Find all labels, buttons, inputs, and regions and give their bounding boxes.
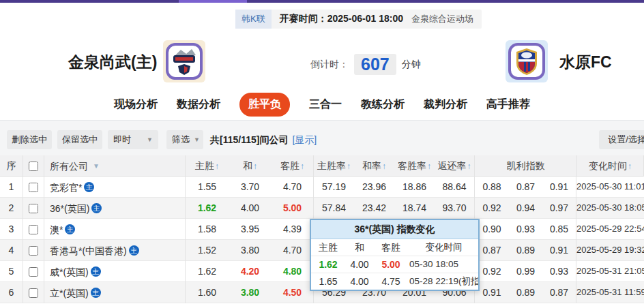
header-away-rate[interactable]: 客胜率↑ (394, 155, 435, 177)
row-checkbox[interactable] (29, 204, 38, 213)
away-rate: 18.86 (394, 177, 435, 198)
draw-odds[interactable]: 3.95 (229, 219, 272, 240)
away-odds[interactable]: 4.70 (272, 240, 314, 261)
popup-away-odds: 5.00 (374, 256, 408, 273)
change-time: 2025-05-31 11:59 (576, 282, 644, 303)
tab-three-in-one[interactable]: 三合一 (309, 97, 342, 112)
analysis-tabs: 现场分析 数据分析 胜平负 三合一 教练分析 裁判分析 高手推荐 (0, 89, 644, 120)
popup-draw-odds: 4.00 (345, 256, 374, 273)
header-home-rate[interactable]: 主胜率↑ (314, 155, 354, 177)
odds-change-popup: 36*(英国) 指数变化 主胜 和 客胜 变化时间 1.62 4.00 5.00… (310, 219, 480, 291)
company-count: 共[115/115]间公司 (210, 134, 288, 145)
away-odds[interactable]: 5.00 (272, 198, 314, 219)
countdown-label: 倒计时： (310, 59, 349, 71)
row-number: 3 (0, 219, 23, 240)
sort-asc-icon: ↑ (427, 162, 431, 171)
draw-rate: 23.42 (354, 198, 394, 219)
tab-expert-picks[interactable]: 高手推荐 (486, 97, 530, 112)
home-odds[interactable]: 1.52 (186, 240, 229, 261)
kelly-home: 0.92 (475, 198, 509, 219)
header-draw-odds[interactable]: 和↑ (229, 155, 272, 177)
main-company-icon: 主 (91, 203, 102, 213)
away-odds[interactable]: 4.80 (272, 261, 314, 282)
header-draw-rate[interactable]: 和率↑ (354, 155, 394, 177)
delete-selected-button[interactable]: 删除选中 (7, 130, 52, 149)
live-dropdown[interactable]: 即时 ▼ (108, 130, 158, 149)
row-checkbox[interactable] (29, 246, 38, 256)
kickoff-time: 2025-06-01 18:00 (327, 13, 403, 24)
row-checkbox[interactable] (29, 183, 38, 192)
tab-referee-analysis[interactable]: 裁判分析 (424, 97, 467, 112)
tab-coach-analysis[interactable]: 教练分析 (361, 97, 405, 112)
table-row: 1 竞彩官*主 1.55 3.70 4.70 57.19 23.96 18.86… (0, 177, 644, 198)
kelly-home: 0.91 (475, 282, 509, 303)
away-team-logo (506, 40, 548, 82)
select-all-checkbox[interactable] (29, 162, 38, 171)
away-odds[interactable]: 4.39 (272, 219, 314, 240)
header-no: 序 (0, 155, 23, 177)
main-company-icon: 主 (91, 288, 101, 298)
sort-asc-icon: ↑ (253, 162, 257, 171)
tab-data-analysis[interactable]: 数据分析 (177, 97, 220, 112)
caret-down-icon: ▼ (194, 130, 200, 149)
header-change-time[interactable]: 变化时间↑ (576, 155, 644, 177)
header-return-rate[interactable]: 返还率↑ (435, 155, 475, 177)
kelly-draw: 0.93 (509, 219, 542, 240)
draw-odds[interactable]: 4.20 (229, 261, 272, 282)
filter-dropdown[interactable]: 筛选 ▼ (166, 130, 203, 149)
company-name[interactable]: 香港马*(中国香港) (50, 241, 127, 261)
away-odds[interactable]: 4.50 (272, 282, 314, 303)
row-checkbox[interactable] (29, 225, 38, 234)
sort-asc-icon: ↑ (382, 162, 386, 171)
main-company-icon: 主 (91, 266, 101, 277)
tab-live-analysis[interactable]: 现场分析 (114, 97, 158, 112)
header-company[interactable]: 所有公司 ▼ (44, 155, 186, 177)
sort-asc-icon: ↑ (467, 162, 471, 171)
home-odds[interactable]: 1.55 (186, 177, 229, 198)
kelly-home: 0.87 (475, 240, 509, 261)
draw-odds[interactable]: 4.00 (229, 198, 272, 219)
popup-away-odds: 4.75 (374, 273, 408, 290)
company-name[interactable]: 澳* (50, 219, 63, 240)
home-rate: 57.84 (314, 198, 354, 219)
row-checkbox[interactable] (29, 267, 38, 277)
company-name[interactable]: 立*(英国) (50, 283, 89, 303)
home-odds[interactable]: 1.62 (186, 198, 229, 219)
away-odds[interactable]: 4.70 (272, 177, 314, 198)
home-odds[interactable]: 1.60 (186, 282, 229, 303)
league-badge[interactable]: 韩K联 (235, 10, 272, 29)
change-time: 2025-05-30 11:01 (576, 177, 644, 198)
header-away-odds[interactable]: 客胜↑ (272, 155, 314, 177)
popup-change-time: 05-28 22:19(初指) (408, 273, 478, 290)
draw-odds[interactable]: 3.80 (229, 282, 272, 303)
keep-selected-button[interactable]: 保留选中 (57, 130, 102, 149)
home-crest-icon (166, 43, 203, 80)
live-dropdown-value: 即时 (113, 130, 131, 149)
tab-win-draw-lose[interactable]: 胜平负 (239, 93, 290, 117)
home-odds[interactable]: 1.58 (186, 219, 229, 240)
sort-asc-icon: ↑ (300, 162, 304, 171)
draw-odds[interactable]: 3.80 (229, 240, 272, 261)
company-name[interactable]: 36*(英国) (50, 198, 89, 219)
company-name[interactable]: 竞彩官* (50, 177, 82, 198)
return-rate: 93.70 (435, 198, 475, 219)
row-number: 1 (0, 177, 23, 198)
popup-draw-odds: 4.00 (345, 273, 374, 290)
row-checkbox[interactable] (29, 288, 38, 298)
venue-name: 金泉综合运动场 (411, 13, 473, 25)
home-odds[interactable]: 1.62 (186, 261, 229, 282)
kelly-away: 0.87 (542, 282, 576, 303)
header-home-odds[interactable]: 主胜↑ (186, 155, 229, 177)
kelly-draw: 0.87 (509, 177, 542, 198)
popup-title: 36*(英国) 指数变化 (311, 220, 478, 239)
header-kelly: 凯利指数 (475, 155, 576, 177)
away-crest-icon (508, 43, 545, 80)
row-number: 6 (0, 282, 23, 303)
company-name[interactable]: 威*(英国) (50, 262, 89, 282)
show-link[interactable]: [显示] (292, 134, 317, 145)
toolbar: 删除选中 保留选中 即时 ▼ 筛选 ▼ 共[115/115]间公司[显示] 设置… (0, 120, 644, 156)
home-rate: 57.19 (314, 177, 354, 198)
settings-button[interactable]: 设置/选择 (599, 130, 644, 149)
away-rate: 18.74 (394, 198, 435, 219)
draw-odds[interactable]: 3.70 (229, 177, 272, 198)
